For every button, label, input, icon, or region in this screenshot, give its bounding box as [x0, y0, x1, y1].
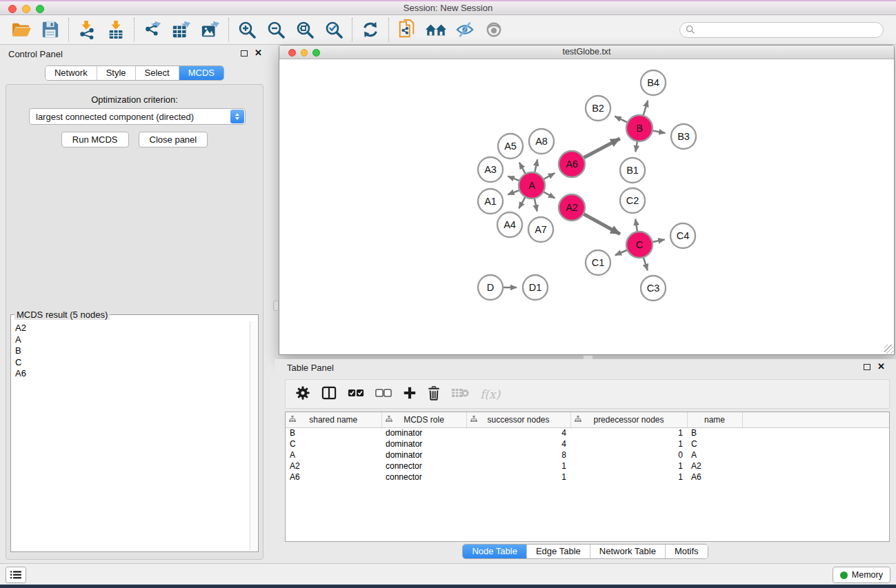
table-cell[interactable]: dominator: [381, 449, 466, 460]
mcds-result-item[interactable]: A6: [15, 368, 249, 380]
close-table-panel-icon[interactable]: ✕: [877, 363, 885, 370]
delete-column-button[interactable]: [428, 386, 440, 403]
close-panel-button[interactable]: Close panel: [139, 132, 208, 148]
table-row[interactable]: A6connector11A6: [286, 472, 890, 483]
table-cell[interactable]: dominator: [381, 438, 466, 449]
add-column-button[interactable]: [403, 386, 417, 402]
graph-edge-A2-C[interactable]: [582, 213, 620, 234]
delete-table-button[interactable]: [451, 387, 469, 401]
window-resize-grip[interactable]: [884, 345, 893, 354]
table-cell[interactable]: 4: [466, 427, 570, 438]
graph-edge-A-A4[interactable]: [519, 196, 526, 209]
table-cell[interactable]: A: [687, 449, 742, 460]
criterion-select[interactable]: largest connected component (directed): [29, 108, 246, 125]
table-cell[interactable]: A2: [286, 460, 381, 472]
column-header-predecessor-nodes[interactable]: predecessor nodes: [570, 412, 687, 427]
table-settings-button[interactable]: [295, 385, 310, 403]
tab-node-table[interactable]: Node Table: [463, 545, 526, 558]
run-mcds-button[interactable]: Run MCDS: [61, 132, 129, 148]
table-cell[interactable]: A6: [286, 472, 381, 483]
export-image-button[interactable]: [196, 17, 225, 43]
column-header-name[interactable]: name: [687, 412, 742, 427]
mcds-result-item[interactable]: C: [15, 357, 249, 369]
table-cell[interactable]: 1: [570, 438, 687, 449]
column-header-MCDS-role[interactable]: MCDS role: [381, 412, 466, 427]
tab-network-table[interactable]: Network Table: [590, 545, 665, 558]
table-cell[interactable]: A6: [687, 472, 742, 483]
vertical-splitter-handle[interactable]: [273, 301, 279, 311]
zoom-fit-button[interactable]: [290, 17, 319, 43]
graph-node-label: B2: [592, 103, 604, 114]
table-cell[interactable]: 8: [466, 449, 570, 460]
graph-edge-C-C3[interactable]: [643, 256, 648, 270]
import-table-button[interactable]: [101, 17, 130, 43]
graph-edge-C-C1[interactable]: [615, 250, 629, 256]
tab-network[interactable]: Network: [46, 66, 97, 80]
graph-edge-A-A8[interactable]: [535, 159, 538, 174]
tab-style[interactable]: Style: [97, 66, 135, 80]
table-row[interactable]: Adominator80A: [286, 449, 890, 460]
task-list-button[interactable]: [6, 567, 26, 583]
graph-edge-B-B4[interactable]: [643, 101, 648, 117]
refresh-view-button[interactable]: [356, 17, 385, 43]
table-row[interactable]: A2connector11A2: [286, 460, 890, 472]
table-cell[interactable]: connector: [381, 460, 466, 472]
select-all-rows-button[interactable]: [348, 389, 364, 399]
mcds-result-list[interactable]: A2ABCA6: [12, 321, 249, 551]
function-builder-button[interactable]: f(x): [480, 387, 500, 401]
tab-select[interactable]: Select: [135, 66, 179, 80]
table-cell[interactable]: 1: [466, 460, 570, 472]
table-cell[interactable]: 1: [570, 460, 687, 472]
save-session-button[interactable]: [36, 17, 65, 43]
mcds-result-item[interactable]: A2: [15, 323, 249, 334]
export-table-button[interactable]: [167, 17, 196, 43]
table-cell[interactable]: 1: [570, 427, 687, 438]
mcds-result-item[interactable]: B: [15, 345, 249, 357]
table-cell[interactable]: C: [286, 438, 381, 449]
table-cell[interactable]: C: [687, 438, 742, 449]
table-cell[interactable]: B: [286, 427, 381, 438]
table-cell[interactable]: 4: [466, 438, 570, 449]
zoom-out-button[interactable]: [261, 17, 290, 43]
hide-panels-button[interactable]: [450, 17, 479, 43]
table-cell[interactable]: 0: [570, 449, 687, 460]
deselect-all-rows-button[interactable]: [375, 389, 392, 399]
duplicate-network-button[interactable]: [392, 17, 421, 43]
table-cell[interactable]: B: [687, 427, 742, 438]
table-cell[interactable]: dominator: [381, 427, 466, 438]
zoom-selected-button[interactable]: [319, 17, 348, 43]
float-table-panel-icon[interactable]: [864, 364, 870, 370]
column-header-filler: [742, 412, 890, 427]
column-view-button[interactable]: [321, 386, 337, 402]
close-panel-icon[interactable]: ✕: [255, 50, 262, 57]
export-network-button[interactable]: [138, 17, 167, 43]
show-panels-button[interactable]: [479, 17, 508, 43]
mcds-result-item[interactable]: A: [15, 334, 249, 346]
graph-edge-B-B2[interactable]: [615, 116, 628, 123]
eye-icon: [484, 21, 504, 38]
table-cell[interactable]: A2: [687, 460, 742, 472]
tab-mcds[interactable]: MCDS: [179, 66, 223, 80]
graph-edge-A6-B[interactable]: [582, 139, 620, 159]
memory-button[interactable]: Memory: [833, 567, 890, 583]
tab-edge-table[interactable]: Edge Table: [526, 545, 590, 558]
network-canvas[interactable]: AA6A2BCA1A3A4A5A7A8B1B2B3B4C1C2C3C4DD1: [279, 59, 894, 354]
table-cell[interactable]: connector: [381, 472, 466, 483]
table-cell[interactable]: 1: [570, 472, 687, 483]
home-layout-button[interactable]: [421, 17, 450, 43]
table-row[interactable]: Bdominator41B: [286, 427, 890, 438]
zoom-in-button[interactable]: [232, 17, 261, 43]
table-cell[interactable]: 1: [466, 472, 570, 483]
column-header-successor-nodes[interactable]: successor nodes: [466, 412, 570, 427]
search-input[interactable]: [695, 23, 883, 37]
table-cell[interactable]: A: [286, 449, 381, 460]
table-row[interactable]: Cdominator41C: [286, 438, 890, 449]
float-panel-icon[interactable]: [241, 50, 248, 57]
column-header-shared-name[interactable]: shared name: [286, 412, 381, 427]
result-scrollbar[interactable]: [250, 321, 257, 551]
open-file-button[interactable]: [7, 17, 36, 43]
open-folder-icon: [11, 21, 32, 39]
import-network-button[interactable]: [72, 17, 101, 43]
network-window-titlebar[interactable]: testGlobe.txt: [279, 45, 894, 59]
tab-motifs[interactable]: Motifs: [665, 545, 708, 558]
